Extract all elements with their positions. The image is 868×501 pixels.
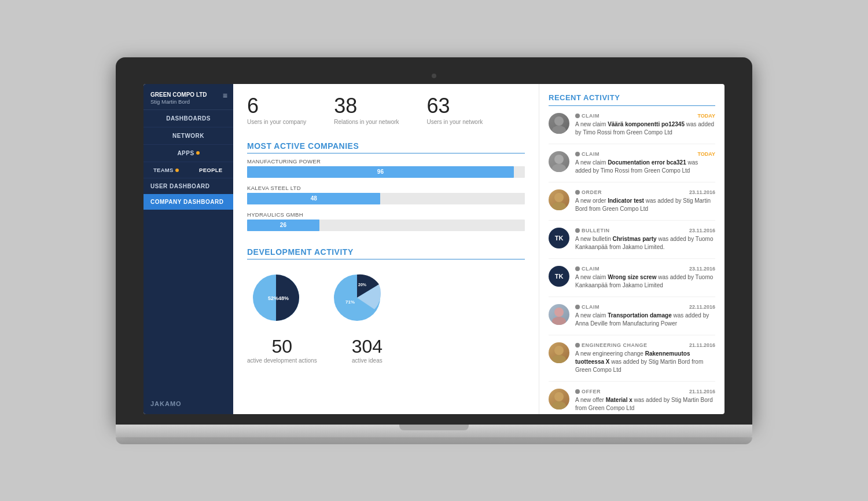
company-bar-kaleva: KALEVA STEEL LTD 48: [247, 185, 525, 204]
bar-container-kaleva: 48: [247, 193, 525, 204]
center-panel: 6 Users in your company 38 Relations in …: [233, 84, 539, 414]
activity-text-3: A new order Indicator test was added by …: [575, 197, 715, 213]
svg-text:52%: 52%: [268, 295, 278, 301]
sidebar-item-company-dashboard[interactable]: COMPANY DASHBOARD: [144, 194, 233, 210]
avatar-1: [549, 113, 569, 134]
activity-text-2: A new claim Documentation error bca321 w…: [575, 159, 715, 175]
main-body: 6 Users in your company 38 Relations in …: [233, 84, 724, 414]
svg-point-11: [552, 202, 566, 210]
stat-label-relations: Relations in your network: [334, 119, 399, 125]
company-name-kaleva: KALEVA STEEL LTD: [247, 185, 525, 191]
bulletin-icon-4: [575, 228, 580, 233]
sidebar-brand: JAKAMO: [144, 393, 233, 414]
user-name: Stig Martin Bord: [150, 98, 207, 105]
activity-type-6: CLAIM: [575, 304, 599, 310]
svg-point-12: [554, 308, 564, 317]
activity-text-6: A new claim Transportation damage was ad…: [575, 312, 715, 328]
stat-number-users: 6: [247, 96, 306, 116]
activity-date-8: 21.11.2016: [689, 389, 715, 394]
camera: [432, 74, 436, 78]
dev-stat-actions: 50 active development actions: [247, 336, 317, 364]
most-active-companies-section: MOST ACTIVE COMPANIES MANUFACTURING POWE…: [247, 141, 525, 231]
offer-icon-8: [575, 389, 580, 394]
company-name-manufacturing: MANUFACTURING POWER: [247, 158, 525, 164]
stat-relations: 38 Relations in your network: [334, 96, 399, 125]
activity-date-2: TODAY: [697, 151, 715, 157]
avatar-2: [549, 151, 569, 172]
activity-date-1: TODAY: [697, 113, 715, 119]
laptop-container: GREEN COMPO LTD Stig Martin Bord ≡ DASHB…: [116, 57, 752, 444]
svg-point-9: [552, 164, 566, 172]
activity-text-4: A new bulletin Christmas party was added…: [575, 235, 715, 251]
sidebar-item-network[interactable]: NETWORK: [144, 127, 233, 145]
activity-text-5: A new claim Wrong size screw was added b…: [575, 273, 715, 290]
activity-item-3: ORDER 23.11.2016 A new order Indicator t…: [549, 189, 715, 221]
charts-row: 52% 48%: [247, 269, 525, 327]
svg-point-16: [554, 392, 564, 401]
dev-stat-label-ideas: active ideas: [352, 357, 382, 364]
activity-type-2: CLAIM: [575, 151, 599, 157]
activity-body-7: ENGINEERING CHANGE 21.11.2016 A new engi…: [575, 342, 715, 374]
stat-users-network: 63 Users in your network: [427, 96, 483, 125]
svg-point-14: [554, 346, 564, 355]
activity-date-5: 23.11.2016: [689, 266, 715, 272]
sidebar-item-people[interactable]: PEOPLE: [189, 162, 234, 178]
company-bar-hydraulics: HYDRAULICS GMBH 26: [247, 211, 525, 231]
bar-container-manufacturing: 96: [247, 166, 525, 178]
activity-item-7: ENGINEERING CHANGE 21.11.2016 A new engi…: [549, 342, 715, 382]
activity-text-7: A new engineering change Rakennemuutos t…: [575, 350, 715, 374]
activity-type-4: BULLETIN: [575, 228, 610, 233]
svg-point-8: [554, 155, 564, 164]
development-activity-section: DEVELOPMENT ACTIVITY: [247, 247, 525, 364]
screen-bezel: GREEN COMPO LTD Stig Martin Bord ≡ DASHB…: [116, 57, 752, 425]
most-active-title: MOST ACTIVE COMPANIES: [247, 141, 525, 153]
activity-text-8: A new offer Material x was added by Stig…: [575, 396, 715, 412]
activity-type-5: CLAIM: [575, 266, 599, 272]
activity-text-1: A new claim Väärä komponentti po12345 wa…: [575, 120, 715, 137]
activity-header-3: ORDER 23.11.2016: [575, 189, 715, 195]
stats-row: 6 Users in your company 38 Relations in …: [247, 96, 525, 125]
avatar-7: [549, 342, 569, 363]
activity-header-7: ENGINEERING CHANGE 21.11.2016: [575, 342, 715, 348]
apps-label: APPS: [177, 150, 194, 156]
main-content: 6 Users in your company 38 Relations in …: [233, 84, 724, 414]
svg-text:20%: 20%: [358, 283, 367, 287]
sidebar-item-apps[interactable]: APPS: [144, 145, 233, 162]
activity-body-4: BULLETIN 23.11.2016 A new bulletin Chris…: [575, 228, 715, 251]
stat-label-users-network: Users in your network: [427, 119, 483, 125]
avatar-3: [549, 189, 569, 210]
sidebar-item-teams[interactable]: TEAMS: [144, 162, 189, 178]
svg-text:48%: 48%: [278, 295, 289, 301]
activity-header-4: BULLETIN 23.11.2016: [575, 228, 715, 233]
stat-number-users-network: 63: [427, 96, 483, 116]
sidebar-item-user-dashboard[interactable]: USER DASHBOARD: [144, 178, 233, 194]
avatar-6: [549, 304, 569, 325]
eng-change-icon-7: [575, 343, 580, 348]
avatar-8: [549, 389, 569, 409]
stat-number-relations: 38: [334, 96, 399, 116]
dev-stat-ideas: 304 active ideas: [352, 336, 382, 364]
menu-icon[interactable]: ≡: [223, 91, 227, 100]
sidebar-item-dashboards[interactable]: DASHBOARDS: [144, 110, 233, 127]
activity-type-3: ORDER: [575, 189, 602, 195]
bar-fill-hydraulics: 26: [247, 220, 319, 231]
actions-pie-chart: 52% 48%: [247, 269, 305, 327]
laptop-base: [116, 425, 752, 437]
teams-dot: [175, 169, 179, 172]
company-bar-manufacturing: MANUFACTURING POWER 96: [247, 158, 525, 178]
activity-body-6: CLAIM 22.11.2016 A new claim Transportat…: [575, 304, 715, 328]
svg-text:71%: 71%: [345, 299, 355, 305]
dev-activity-title: DEVELOPMENT ACTIVITY: [247, 247, 525, 259]
svg-point-17: [552, 401, 566, 409]
avatar-4: TK: [549, 228, 569, 248]
claim-icon-1: [575, 114, 580, 118]
activity-header-1: CLAIM TODAY: [575, 113, 715, 119]
ideas-chart-wrapper: 71% 20%: [328, 269, 386, 327]
activity-item-2: CLAIM TODAY A new claim Documentation er…: [549, 151, 715, 182]
activity-type-8: OFFER: [575, 389, 601, 394]
avatar-5: TK: [549, 266, 569, 287]
apps-dot: [196, 151, 200, 155]
activity-header-2: CLAIM TODAY: [575, 151, 715, 157]
ideas-pie-chart: 71% 20%: [328, 269, 386, 327]
activity-date-4: 23.11.2016: [689, 228, 715, 233]
